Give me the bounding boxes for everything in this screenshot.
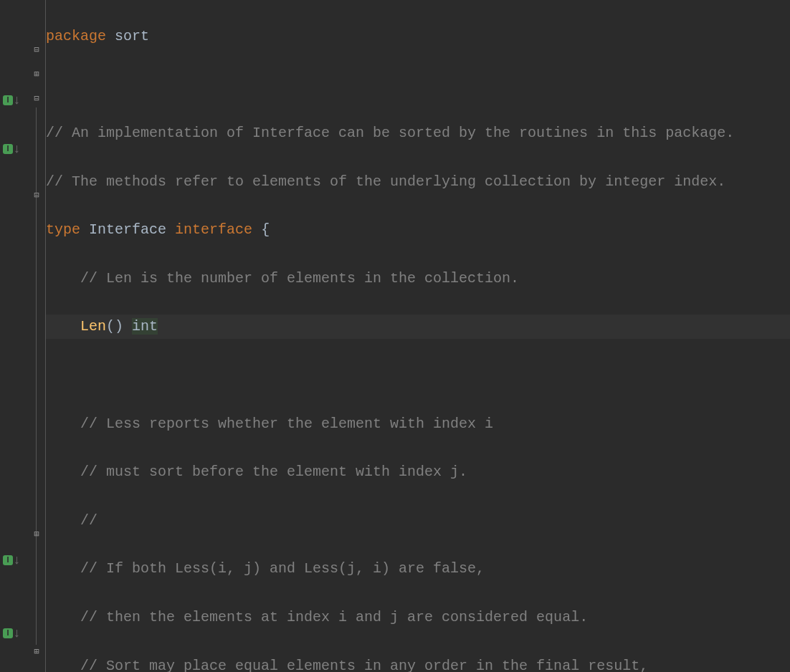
code-editor[interactable]: I ↓ I ↓ I ↓ I ↓ ⊟ ⊞ ⊟ ⊟ ⊞ ⊞ package sort… [0, 0, 790, 672]
down-arrow-icon: ↓ [13, 554, 21, 567]
code-line[interactable]: // [46, 509, 790, 533]
code-line[interactable]: type Interface interface { [46, 218, 790, 242]
comment: // An implementation of Interface can be… [46, 125, 734, 141]
impl-icon: I [3, 144, 13, 154]
comment: // Len is the number of elements in the … [80, 270, 519, 287]
implementations-marker[interactable]: I ↓ [3, 142, 26, 156]
code-line[interactable] [46, 363, 790, 388]
fold-expand-icon[interactable]: ⊞ [32, 648, 42, 658]
comment: // then the elements at index i and j ar… [80, 609, 588, 625]
keyword-type: type [46, 221, 80, 238]
code-area[interactable]: package sort // An implementation of Int… [46, 0, 790, 672]
marker-gutter: I ↓ I ↓ I ↓ I ↓ [0, 0, 29, 672]
code-line[interactable] [46, 72, 790, 97]
fold-collapse-icon[interactable]: ⊟ [32, 46, 42, 56]
code-line-current[interactable]: Len() int [46, 315, 790, 339]
down-arrow-icon: ↓ [13, 627, 21, 640]
implementations-marker[interactable]: I ↓ [3, 93, 26, 107]
paren: ( [106, 318, 115, 335]
type-name: Interface [89, 221, 166, 238]
code-line[interactable]: // then the elements at index i and j ar… [46, 605, 790, 630]
impl-icon: I [3, 95, 13, 105]
keyword-interface: interface [175, 221, 252, 238]
impl-icon: I [3, 628, 13, 638]
fold-collapse-icon[interactable]: ⊟ [32, 191, 42, 201]
code-line[interactable]: // The methods refer to elements of the … [46, 170, 790, 194]
package-name: sort [115, 28, 149, 44]
comment: // must sort before the element with ind… [80, 464, 467, 480]
fold-expand-icon[interactable]: ⊞ [32, 70, 42, 80]
code-line[interactable]: // Less reports whether the element with… [46, 412, 790, 436]
comment: // Sort may place equal elements in any … [80, 658, 648, 672]
implementations-marker[interactable]: I ↓ [3, 626, 26, 640]
fold-collapse-icon[interactable]: ⊟ [32, 95, 42, 105]
code-line[interactable]: // An implementation of Interface can be… [46, 121, 790, 145]
code-line[interactable]: // Sort may place equal elements in any … [46, 654, 790, 672]
code-line[interactable]: // If both Less(i, j) and Less(j, i) are… [46, 557, 790, 581]
comment: // If both Less(i, j) and Less(j, i) are… [80, 560, 485, 577]
down-arrow-icon: ↓ [13, 143, 21, 155]
method-name: Len [80, 318, 106, 335]
paren: ) [115, 318, 123, 335]
brace: { [261, 221, 270, 238]
comment: // [80, 512, 97, 529]
code-line[interactable]: package sort [46, 24, 790, 49]
down-arrow-icon: ↓ [13, 94, 21, 107]
comment: // The methods refer to elements of the … [46, 173, 725, 190]
code-line[interactable]: // must sort before the element with ind… [46, 460, 790, 484]
code-line[interactable]: // Len is the number of elements in the … [46, 267, 790, 291]
type-int: int [132, 318, 158, 335]
implementations-marker[interactable]: I ↓ [3, 553, 26, 567]
fold-expand-icon[interactable]: ⊞ [32, 530, 42, 540]
keyword-package: package [46, 28, 106, 44]
comment: // Less reports whether the element with… [80, 416, 493, 432]
fold-gutter: ⊟ ⊞ ⊟ ⊟ ⊞ ⊞ [29, 0, 46, 672]
impl-icon: I [3, 555, 13, 565]
